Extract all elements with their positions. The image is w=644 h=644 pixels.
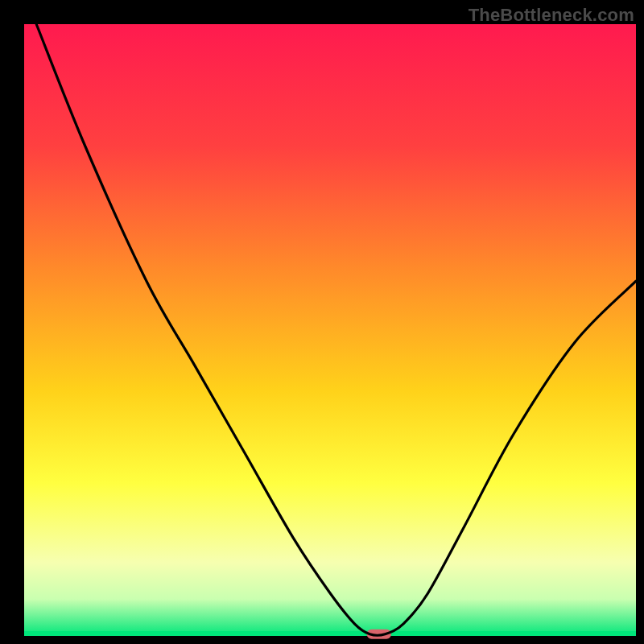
baseline-band	[24, 631, 636, 636]
chart-frame: TheBottleneck.com	[0, 0, 644, 644]
bottleneck-chart	[0, 0, 644, 644]
plot-background	[24, 24, 636, 636]
watermark-text: TheBottleneck.com	[469, 5, 634, 26]
